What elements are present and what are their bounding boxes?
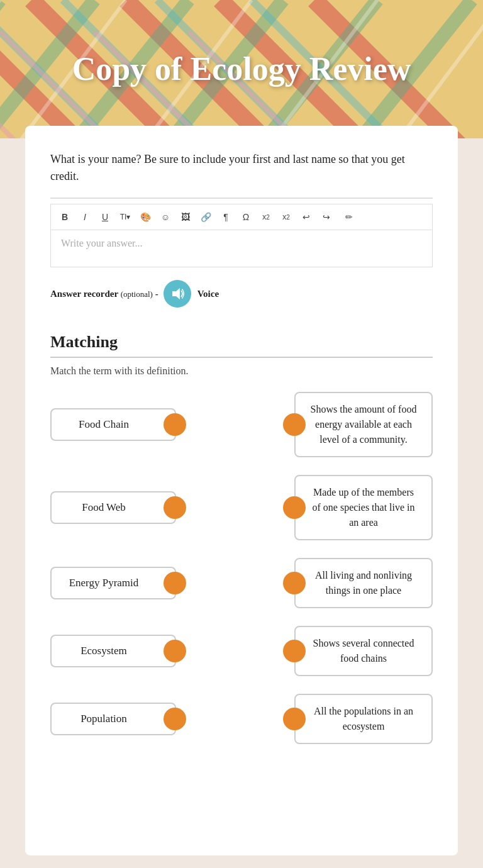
svg-marker-25	[172, 288, 180, 299]
superscript-button[interactable]: x2	[277, 208, 295, 226]
term-dot[interactable]	[164, 496, 186, 519]
term-dot[interactable]	[164, 413, 186, 436]
def-col: All living and nonliving things in one p…	[294, 558, 433, 608]
pen-button[interactable]: ✏	[340, 208, 358, 226]
matching-instruction: Match the term with its definition.	[50, 365, 433, 377]
bold-button[interactable]: B	[56, 208, 74, 226]
font-size-button[interactable]: TI▾	[116, 208, 134, 226]
def-box-1[interactable]: Made up of the members of one species th…	[294, 475, 433, 540]
def-dot[interactable]	[283, 496, 306, 519]
subscript-button[interactable]: x2	[257, 208, 275, 226]
def-dot[interactable]	[283, 413, 306, 436]
term-col: Population	[50, 703, 176, 735]
term-box-food-chain[interactable]: Food Chain	[50, 408, 176, 441]
answer-divider	[50, 198, 433, 199]
color-button[interactable]: 🎨	[136, 208, 154, 226]
name-question: What is your name? Be sure to include yo…	[50, 151, 433, 185]
image-button[interactable]: 🖼	[177, 208, 194, 226]
def-col: Shows the amount of food energy availabl…	[294, 392, 433, 457]
matching-row: Energy Pyramid All living and nonliving …	[50, 558, 433, 608]
redo-button[interactable]: ↪	[318, 208, 335, 226]
editor-toolbar: B I U TI▾ 🎨 ☺ 🖼 🔗 ¶ Ω x2 x2 ↩ ↪ ✏	[50, 204, 433, 230]
term-box-ecosystem[interactable]: Ecosystem	[50, 635, 176, 667]
term-col: Food Chain	[50, 408, 176, 441]
term-dot[interactable]	[164, 708, 186, 730]
matching-title: Matching	[50, 333, 433, 358]
omega-button[interactable]: Ω	[237, 208, 255, 226]
page-title: Copy of Ecology Review	[53, 50, 430, 89]
def-box-4[interactable]: All the populations in an ecosystem	[294, 694, 433, 744]
def-box-0[interactable]: Shows the amount of food energy availabl…	[294, 392, 433, 457]
term-box-energy-pyramid[interactable]: Energy Pyramid	[50, 567, 176, 599]
main-card: What is your name? Be sure to include yo…	[25, 126, 458, 855]
def-col: Made up of the members of one species th…	[294, 475, 433, 540]
term-col: Energy Pyramid	[50, 567, 176, 599]
matching-row: Food Web Made up of the members of one s…	[50, 475, 433, 540]
matching-row: Population All the populations in an eco…	[50, 694, 433, 744]
voice-recorder-label: Answer recorder (optional) -	[50, 289, 158, 299]
def-box-2[interactable]: All living and nonliving things in one p…	[294, 558, 433, 608]
matching-grid: Food Chain Shows the amount of food ener…	[50, 392, 433, 744]
undo-button[interactable]: ↩	[297, 208, 315, 226]
def-col: All the populations in an ecosystem	[294, 694, 433, 744]
term-dot[interactable]	[164, 640, 186, 662]
def-dot[interactable]	[283, 640, 306, 662]
term-box-food-web[interactable]: Food Web	[50, 491, 176, 524]
underline-button[interactable]: U	[96, 208, 114, 226]
def-dot[interactable]	[283, 708, 306, 730]
answer-input[interactable]: Write your answer...	[50, 230, 433, 267]
term-col: Food Web	[50, 491, 176, 524]
term-box-population[interactable]: Population	[50, 703, 176, 735]
matching-row: Ecosystem Shows several connected food c…	[50, 626, 433, 676]
link-button[interactable]: 🔗	[197, 208, 214, 226]
voice-label: Voice	[197, 289, 219, 299]
speaker-icon	[170, 287, 184, 301]
term-dot[interactable]	[164, 572, 186, 594]
paragraph-button[interactable]: ¶	[217, 208, 235, 226]
voice-record-button[interactable]	[164, 280, 191, 308]
term-col: Ecosystem	[50, 635, 176, 667]
header-background: Copy of Ecology Review	[0, 0, 483, 138]
emoji-button[interactable]: ☺	[157, 208, 174, 226]
def-dot[interactable]	[283, 572, 306, 594]
answer-placeholder: Write your answer...	[61, 238, 143, 248]
matching-row: Food Chain Shows the amount of food ener…	[50, 392, 433, 457]
def-box-3[interactable]: Shows several connected food chains	[294, 626, 433, 676]
italic-button[interactable]: I	[76, 208, 94, 226]
voice-recorder: Answer recorder (optional) - Voice	[50, 280, 433, 308]
def-col: Shows several connected food chains	[294, 626, 433, 676]
